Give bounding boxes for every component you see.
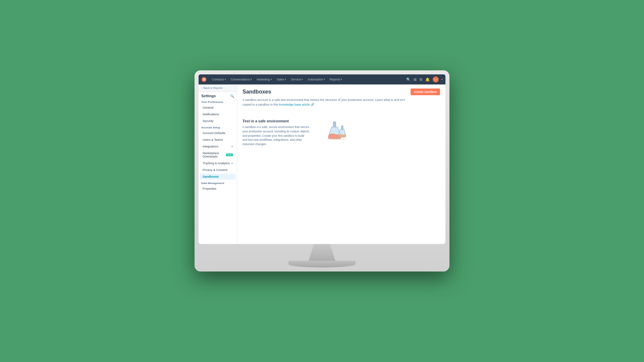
settings-icon[interactable]: ⚙ [419,77,423,82]
svg-rect-4 [327,139,346,139]
chevron-down-icon: ▾ [271,78,272,81]
create-sandbox-button[interactable]: Create sandbox [411,88,440,95]
sidebar-item-properties[interactable]: Properties [200,186,235,192]
main-layout: ‹ Back to Reports Settings 🔍 Your Prefer… [199,84,445,244]
sidebar-item-security[interactable]: Security [200,118,235,124]
avatar[interactable]: U [433,76,439,82]
sidebar-item-general[interactable]: General [200,105,235,111]
nav-items: Contacts ▾ Conversations ▾ Marketing ▾ S… [210,77,403,82]
top-navigation: Contacts ▾ Conversations ▾ Marketing ▾ S… [199,74,445,84]
content-header: Sandboxes Create sandbox [243,88,440,95]
marketplace-icon[interactable]: ⊞ [414,77,417,82]
nav-contacts[interactable]: Contacts ▾ [210,77,228,82]
feature-text: Test in a safe environment A sandbox is … [243,119,310,146]
chevron-right-icon: ▾ [231,162,233,165]
screen-content: Contacts ▾ Conversations ▾ Marketing ▾ S… [199,74,445,244]
new-badge: NEW [226,154,233,156]
your-preferences-section: Your Preferences [199,99,237,104]
chevron-down-icon: ▾ [302,78,303,81]
nav-marketing[interactable]: Marketing ▾ [255,77,274,82]
svg-rect-1 [333,122,336,127]
page-description: A sandbox account is a safe test environ… [243,98,410,107]
sandbox-feature-block: Test in a safe environment A sandbox is … [243,112,440,153]
sidebar-title: Settings [201,94,216,98]
notifications-icon[interactable]: 🔔 [425,77,430,82]
sidebar-item-integrations[interactable]: Integrations ▾ [200,143,235,149]
monitor-stand-base [288,261,356,267]
nav-service[interactable]: Service ▾ [289,77,305,82]
search-icon[interactable]: 🔍 [230,94,234,98]
nav-sales[interactable]: Sales ▾ [275,77,288,82]
sidebar-item-privacy[interactable]: Privacy & Consent [200,167,235,173]
page-title: Sandboxes [243,89,271,95]
sidebar-item-users-teams[interactable]: Users & Teams [200,137,235,143]
account-setup-section: Account Setup [199,124,237,130]
monitor-stand-neck [309,244,335,261]
chevron-down-icon: ▾ [225,78,226,81]
sidebar-item-marketplace[interactable]: Marketplace Downloads NEW [200,150,235,160]
feature-title: Test in a safe environment [243,119,310,123]
sidebar-header: Settings 🔍 [199,92,237,99]
hubspot-logo[interactable] [201,77,207,82]
sidebar-item-sandboxes[interactable]: Sandboxes [200,174,235,180]
chevron-right-icon: ▾ [231,145,233,148]
knowledge-base-link[interactable]: knowledge base article [279,103,310,106]
chevron-down-icon: ▾ [251,78,252,81]
sidebar-item-tracking[interactable]: Tracking & Analytics ▾ [200,160,235,166]
chevron-down-icon: ▾ [324,78,325,81]
svg-rect-3 [341,126,343,129]
data-management-section: Data Management [199,180,237,185]
chevron-down-icon: ▾ [285,78,286,81]
sidebar-item-notifications[interactable]: Notifications [200,111,235,117]
nav-automation[interactable]: Automation ▾ [306,77,327,82]
back-to-reports-link[interactable]: ‹ Back to Reports [199,84,237,92]
feature-description: A sandbox is a safe, secure environment … [243,125,310,146]
nav-conversations[interactable]: Conversations ▾ [229,77,254,82]
chevron-down-icon: ▾ [341,78,342,81]
sidebar-item-account-defaults[interactable]: Account Defaults [200,130,235,136]
back-arrow-icon: ‹ [201,86,202,89]
sidebar: ‹ Back to Reports Settings 🔍 Your Prefer… [199,84,237,244]
search-icon[interactable]: 🔍 [406,77,411,82]
flask-illustration [323,119,350,146]
nav-reports[interactable]: Reports ▾ [328,77,344,82]
monitor-screen: Contacts ▾ Conversations ▾ Marketing ▾ S… [199,74,445,244]
monitor: Contacts ▾ Conversations ▾ Marketing ▾ S… [195,70,449,272]
main-content: Sandboxes Create sandbox A sandbox accou… [237,84,445,244]
chevron-down-icon[interactable]: ▾ [441,78,443,81]
nav-icons: 🔍 ⊞ ⚙ 🔔 U ▾ [406,76,443,82]
